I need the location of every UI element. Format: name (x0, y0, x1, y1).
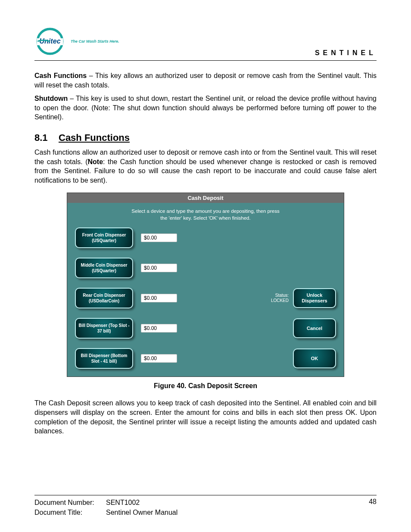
brand-tagline: The Car Wash Starts Here. (71, 39, 119, 44)
front-coin-dispenser-button[interactable]: Front Coin Dispenser (USQuarter) (75, 227, 133, 248)
cancel-button[interactable]: Cancel (293, 318, 336, 338)
brand-logo: Unitec The Car Wash Starts Here. (34, 26, 119, 57)
bill-dispenser-top-button[interactable]: Bill Dispenser (Top Slot - 37 bill) (75, 318, 133, 339)
paragraph-cash-functions-detail: Cash functions allow an authorized user … (34, 148, 377, 185)
dispenser-row: Front Coin Dispenser (USQuarter) $0.00 (75, 227, 336, 248)
figure-cash-deposit: Cash Deposit Select a device and type th… (34, 193, 377, 390)
cash-deposit-instruction: Select a device and type the amount you … (128, 208, 283, 221)
dispenser-row: Bill Dispenser (Bottom Slot - 41 bill) $… (75, 348, 336, 369)
note-bold: Note (87, 158, 103, 165)
doc-title-label: Document Title: (34, 508, 103, 517)
ok-button[interactable]: OK (293, 348, 336, 368)
rear-coin-amount-input[interactable]: $0.00 (141, 294, 177, 302)
section-heading: 8.1Cash Functions (34, 132, 377, 143)
paragraph-cash-functions: Cash Functions – This key allows an auth… (34, 71, 377, 90)
front-coin-amount-input[interactable]: $0.00 (141, 233, 177, 242)
section-title: Cash Functions (59, 132, 130, 143)
dispenser-row: Bill Dispenser (Top Slot - 37 bill) $0.0… (75, 318, 336, 339)
dispenser-row: Rear Coin Dispenser (USDollarCoin) $0.00… (75, 288, 336, 308)
section-number: 8.1 (34, 132, 59, 143)
unitec-logo-icon: Unitec (34, 26, 65, 57)
figure-caption: Figure 40. Cash Deposit Screen (34, 382, 377, 390)
bill-dispenser-bottom-button[interactable]: Bill Dispenser (Bottom Slot - 41 bill) (75, 348, 133, 369)
term-cash-functions: Cash Functions (34, 72, 87, 79)
dispenser-status: Status: LOCKED (271, 293, 289, 303)
product-name: SENTINEL (315, 49, 377, 57)
term-shutdown: Shutdown (34, 95, 68, 102)
middle-coin-amount-input[interactable]: $0.00 (141, 264, 177, 272)
cash-deposit-title-bar: Cash Deposit (67, 193, 344, 203)
page-footer: Document Number: SENT1002 Document Title… (34, 495, 377, 517)
paragraph-cash-deposit-explain: The Cash Deposit screen allows you to ke… (34, 398, 377, 436)
paragraph-shutdown: Shutdown – This key is used to shut down… (34, 94, 377, 122)
dispenser-row: Middle Coin Dispenser (USQuarter) $0.00 (75, 258, 336, 278)
cash-deposit-screen: Cash Deposit Select a device and type th… (67, 193, 344, 377)
bill-dispenser-bottom-amount-input[interactable]: $0.00 (141, 354, 177, 363)
unlock-dispensers-button[interactable]: Unlock Dispensers (293, 288, 336, 308)
bill-dispenser-top-amount-input[interactable]: $0.00 (141, 324, 177, 333)
doc-number-value: SENT1002 (106, 498, 140, 507)
page-number: 48 (369, 498, 377, 517)
doc-title-value: Sentinel Owner Manual (106, 508, 177, 517)
doc-number-label: Document Number: (34, 498, 103, 507)
rear-coin-dispenser-button[interactable]: Rear Coin Dispenser (USDollarCoin) (75, 288, 133, 308)
middle-coin-dispenser-button[interactable]: Middle Coin Dispenser (USQuarter) (75, 258, 133, 278)
page-header: Unitec The Car Wash Starts Here. SENTINE… (34, 26, 377, 61)
